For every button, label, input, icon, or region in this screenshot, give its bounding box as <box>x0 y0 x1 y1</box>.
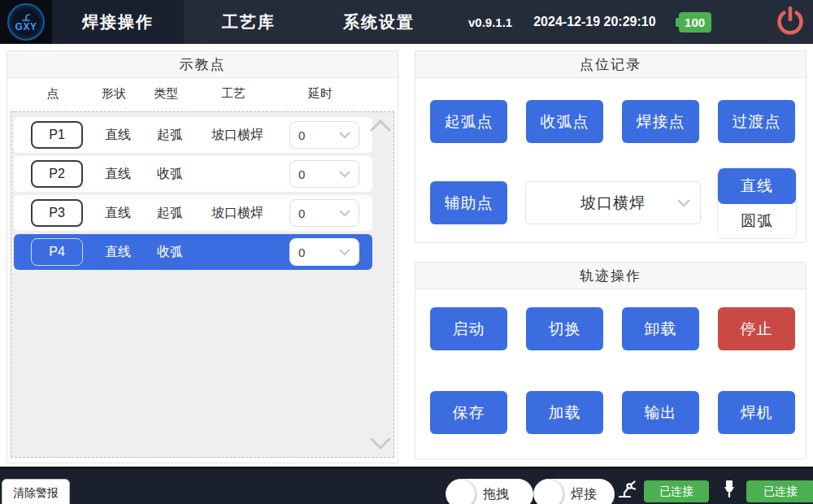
version-label: v0.9.1.1 <box>468 15 512 29</box>
logo-text: GXY <box>15 21 37 33</box>
col-header-process: 工艺 <box>198 86 269 102</box>
track-operations-panel: 轨迹操作 启动 切换 卸载 停止 保存 加载 输出 焊机 <box>415 262 806 459</box>
delay-dropdown-p1[interactable]: 0 <box>289 121 359 149</box>
delay-value: 0 <box>298 245 305 259</box>
col-header-type: 类型 <box>134 86 198 102</box>
shape-option-line[interactable]: 直线 <box>718 168 796 204</box>
robot-connection-status[interactable]: 已连接 <box>644 480 709 502</box>
point-button-p3[interactable]: P3 <box>31 199 83 227</box>
shape-segmented-control: 直线 圆弧 <box>718 168 796 238</box>
tab-welding-operation[interactable]: 焊接操作 <box>52 0 184 44</box>
delay-dropdown-p3[interactable]: 0 <box>289 199 359 227</box>
arc-start-point-button[interactable]: 起弧点 <box>430 100 507 143</box>
table-row-p1[interactable]: P1 直线 起弧 坡口横焊 0 <box>14 117 372 153</box>
status-bar: 清除警报 拖拽 焊接 已连接 已连接 <box>0 467 813 504</box>
tab-process-library[interactable]: 工艺库 <box>184 0 314 44</box>
chevron-down-icon <box>339 210 350 217</box>
table-row-p2[interactable]: P2 直线 收弧 0 <box>14 156 372 192</box>
col-header-delay: 延时 <box>269 86 372 102</box>
delay-value: 0 <box>298 206 305 220</box>
output-button[interactable]: 输出 <box>622 391 699 434</box>
point-record-panel: 点位记录 起弧点 收弧点 焊接点 过渡点 辅助点 坡口横焊 直线 圆弧 <box>415 50 806 243</box>
delay-dropdown-p4[interactable]: 0 <box>289 238 359 266</box>
drag-toggle-label: 拖拽 <box>483 486 509 503</box>
start-button[interactable]: 启动 <box>430 307 507 350</box>
table-row-p4-selected[interactable]: P4 直线 收弧 0 <box>14 234 372 270</box>
chevron-down-icon <box>339 132 350 139</box>
robot-arm-icon <box>616 480 637 499</box>
type-cell: 起弧 <box>138 205 202 222</box>
weld-point-button[interactable]: 焊接点 <box>622 100 699 143</box>
teach-points-list: P1 直线 起弧 坡口横焊 0 P2 直线 收弧 0 P3 直线 起弧 坡口横焊 <box>11 111 394 458</box>
gxy-logo: GXY <box>7 3 45 41</box>
chevron-down-icon <box>339 249 350 256</box>
unload-button[interactable]: 卸载 <box>622 307 699 350</box>
delay-value: 0 <box>298 167 305 181</box>
teach-points-table-header: 点 形状 类型 工艺 延时 <box>7 78 398 109</box>
track-operations-title: 轨迹操作 <box>415 263 806 289</box>
process-select-dropdown[interactable]: 坡口横焊 <box>525 181 701 224</box>
top-bar: GXY 焊接操作 工艺库 系统设置 v0.9.1.1 2024-12-19 20… <box>0 0 813 44</box>
shape-cell: 直线 <box>98 166 138 183</box>
auxiliary-point-button[interactable]: 辅助点 <box>430 181 507 224</box>
point-record-title: 点位记录 <box>415 51 806 78</box>
clear-alarm-button[interactable]: 清除警报 <box>2 479 70 504</box>
transition-point-button[interactable]: 过渡点 <box>718 100 795 143</box>
switch-button[interactable]: 切换 <box>526 307 603 350</box>
shape-option-arc[interactable]: 圆弧 <box>718 204 796 238</box>
toggle-knob <box>446 479 476 504</box>
chevron-down-icon <box>339 171 350 178</box>
process-cell: 坡口横焊 <box>202 127 273 144</box>
shape-cell: 直线 <box>98 205 138 222</box>
battery-badge: 100 <box>679 12 711 33</box>
chevron-down-icon <box>677 199 690 207</box>
col-header-shape: 形状 <box>93 86 134 102</box>
type-cell: 起弧 <box>138 127 202 144</box>
process-cell: 坡口横焊 <box>202 205 273 222</box>
scroll-down-icon[interactable] <box>370 437 391 450</box>
welder-button[interactable]: 焊机 <box>718 391 795 434</box>
toggle-knob <box>533 479 563 504</box>
type-cell: 收弧 <box>138 166 202 183</box>
teach-points-panel: 示教点 点 形状 类型 工艺 延时 P1 直线 起弧 坡口横焊 0 P2 直线 … <box>7 50 398 463</box>
power-icon <box>774 5 806 39</box>
datetime-label: 2024-12-19 20:29:10 <box>533 15 655 29</box>
battery-level: 100 <box>685 15 705 29</box>
stop-button[interactable]: 停止 <box>718 307 795 350</box>
tab-system-settings[interactable]: 系统设置 <box>314 0 444 44</box>
point-button-p1[interactable]: P1 <box>31 121 83 149</box>
process-select-value: 坡口横焊 <box>580 193 646 214</box>
drag-mode-toggle[interactable]: 拖拽 <box>447 479 533 504</box>
delay-dropdown-p2[interactable]: 0 <box>289 160 359 188</box>
table-row-p3[interactable]: P3 直线 起弧 坡口横焊 0 <box>14 195 372 231</box>
welder-connection-status[interactable]: 已连接 <box>746 480 813 502</box>
power-button[interactable] <box>774 5 806 39</box>
shape-cell: 直线 <box>98 127 138 144</box>
logo-block: GXY <box>0 0 52 44</box>
weld-mode-toggle[interactable]: 焊接 <box>535 479 615 504</box>
scroll-up-icon[interactable] <box>370 119 391 132</box>
arc-end-point-button[interactable]: 收弧点 <box>526 100 603 143</box>
welding-torch-icon <box>722 480 737 499</box>
col-header-point: 点 <box>12 86 93 102</box>
shape-cell: 直线 <box>98 244 138 261</box>
save-button[interactable]: 保存 <box>430 391 507 434</box>
point-button-p2[interactable]: P2 <box>31 160 83 188</box>
load-button[interactable]: 加载 <box>526 391 603 434</box>
weld-toggle-label: 焊接 <box>571 486 597 503</box>
type-cell: 收弧 <box>138 244 202 261</box>
teach-points-title: 示教点 <box>7 51 398 78</box>
delay-value: 0 <box>298 128 305 142</box>
point-button-p4[interactable]: P4 <box>31 238 83 266</box>
